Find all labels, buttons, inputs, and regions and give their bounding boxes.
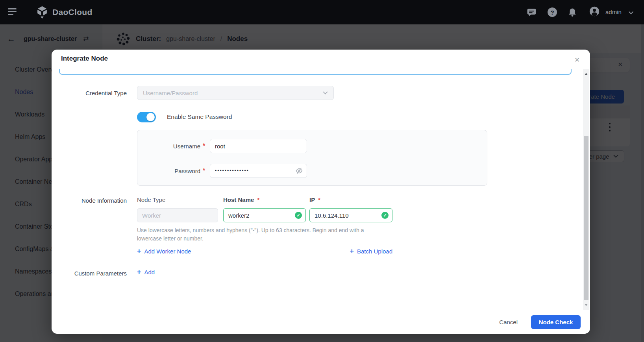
credentials-group-box: Username * Password * [137, 130, 487, 186]
password-visibility-icon[interactable] [295, 167, 303, 175]
brand-logo[interactable]: DaoCloud [35, 5, 93, 19]
valid-check-icon: ✓ [381, 212, 389, 219]
node-type-label: Node Type [137, 196, 165, 203]
app-root: ← gpu-share-cluster ⇄ Cluster: gpu-share… [0, 0, 644, 342]
help-icon[interactable]: ? [547, 7, 557, 17]
required-marker: * [257, 196, 260, 203]
cancel-button[interactable]: Cancel [499, 319, 518, 325]
modal-close-icon[interactable]: ✕ [572, 55, 582, 65]
same-password-toggle[interactable] [137, 112, 156, 122]
add-custom-parameter-link[interactable]: + Add [137, 268, 155, 275]
node-information-label: Node Information [52, 197, 127, 204]
valid-check-icon: ✓ [295, 212, 302, 219]
scrolled-focused-input[interactable] [59, 69, 572, 75]
username-label: admin [605, 9, 622, 15]
custom-parameters-label: Custom Parameters [52, 270, 127, 277]
scroll-down-arrow[interactable] [585, 304, 588, 306]
username-label: Username [137, 143, 200, 150]
password-label: Password [137, 168, 200, 174]
menu-toggle-icon[interactable] [8, 8, 17, 16]
modal-footer: Cancel Node Check [52, 310, 590, 334]
node-check-button[interactable]: Node Check [531, 315, 581, 329]
chat-icon[interactable] [526, 7, 537, 17]
host-name-input[interactable] [223, 208, 306, 222]
modal-body: Credential Type Username/Password Enable… [52, 69, 583, 310]
host-name-field: ✓ [223, 208, 306, 222]
account-chevron-icon[interactable] [628, 11, 634, 15]
toggle-knob [146, 113, 155, 121]
integrate-node-modal: Integrate Node ✕ Credential Type Usernam… [52, 50, 590, 334]
credential-type-select[interactable]: Username/Password [137, 86, 334, 100]
notifications-bell-icon[interactable] [567, 7, 577, 17]
top-navbar: DaoCloud ? admin [0, 0, 644, 24]
plus-icon: + [137, 248, 141, 255]
password-input[interactable] [210, 164, 307, 178]
batch-upload-link[interactable]: + Batch Upload [350, 248, 392, 255]
plus-icon: + [137, 268, 141, 275]
same-password-row: Enable Same Password [137, 111, 232, 122]
scroll-up-arrow[interactable] [585, 73, 588, 75]
chevron-down-icon [323, 91, 328, 94]
plus-icon: + [350, 248, 354, 255]
same-password-label: Enable Same Password [167, 113, 232, 120]
node-links-row: + Add Worker Node + Batch Upload [137, 248, 392, 255]
credential-type-label: Credential Type [52, 90, 127, 96]
ip-label: IP * [309, 196, 320, 203]
daocloud-mark-icon [35, 5, 49, 19]
add-worker-node-link[interactable]: + Add Worker Node [137, 248, 191, 255]
help-glyph: ? [550, 9, 554, 16]
required-marker: * [318, 196, 320, 203]
credential-type-value: Username/Password [143, 90, 198, 96]
brand-name: DaoCloud [52, 7, 93, 17]
ip-input[interactable] [309, 208, 392, 222]
username-input[interactable] [210, 139, 307, 153]
hostname-helper-text: Use lowercase letters, numbers and hyphe… [137, 226, 386, 243]
user-avatar[interactable] [589, 6, 600, 17]
scrollbar-thumb[interactable] [584, 136, 588, 300]
modal-scrollbar[interactable] [583, 69, 589, 310]
password-row: Password * [137, 164, 307, 178]
modal-title: Integrate Node [61, 55, 108, 63]
ip-field: ✓ [309, 208, 392, 222]
username-row: Username * [137, 139, 307, 153]
host-name-label: Host Name * [223, 196, 259, 203]
required-marker: * [203, 167, 207, 174]
required-marker: * [203, 142, 207, 150]
node-type-input[interactable] [137, 208, 218, 222]
